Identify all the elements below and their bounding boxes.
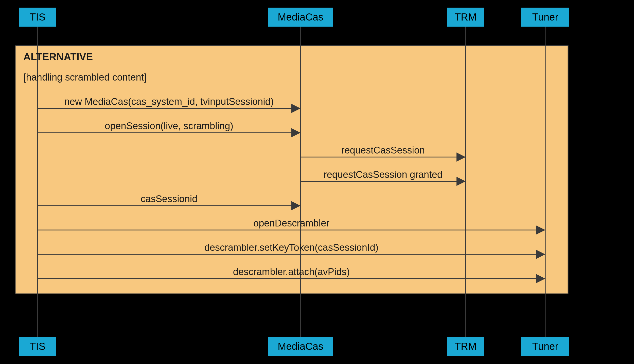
participant-label-mediacas: MediaCas	[278, 11, 323, 23]
frame-guard: [handling scrambled content]	[23, 72, 147, 83]
sequence-diagram: ALTERNATIVE[handling scrambled content]n…	[0, 0, 634, 364]
message-label-1: openSession(live, scrambling)	[105, 121, 233, 131]
participant-label-tuner: Tuner	[532, 341, 558, 352]
message-label-7: descrambler.attach(avPids)	[233, 266, 350, 277]
participant-label-tis: TIS	[30, 341, 45, 352]
participant-label-trm: TRM	[455, 341, 477, 352]
message-label-3: requestCasSession granted	[324, 169, 443, 180]
participant-label-tuner: Tuner	[532, 11, 558, 23]
message-label-4: casSessionid	[141, 194, 198, 204]
participant-label-mediacas: MediaCas	[278, 341, 323, 352]
participant-label-trm: TRM	[455, 11, 477, 23]
message-label-2: requestCasSession	[341, 145, 425, 156]
message-label-5: openDescrambler	[253, 218, 329, 228]
alt-frame	[15, 46, 568, 294]
message-label-6: descrambler.setKeyToken(casSessionId)	[204, 242, 378, 253]
frame-title: ALTERNATIVE	[23, 51, 93, 62]
message-label-0: new MediaCas(cas_system_id, tvinputSessi…	[64, 96, 274, 107]
participant-label-tis: TIS	[30, 11, 45, 23]
